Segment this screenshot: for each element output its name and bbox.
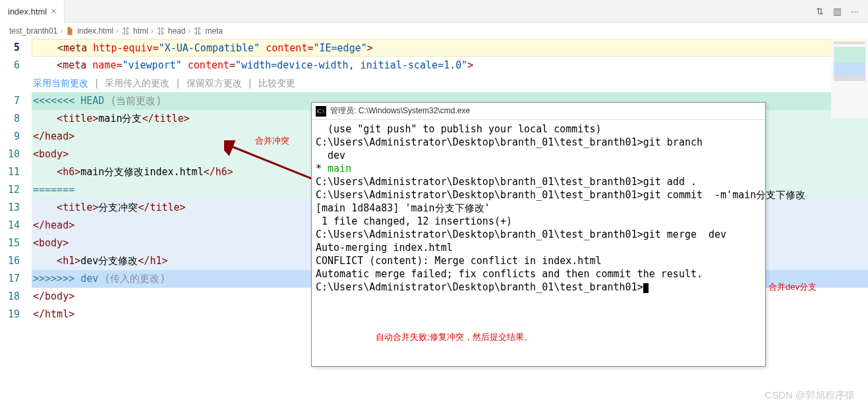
breadcrumb[interactable]: test_branth01 › index.html › html › head… <box>0 23 868 39</box>
bc-html[interactable]: html <box>133 26 148 36</box>
line-gutter: 5 6 7 8 9 10 11 12 13 14 15 16 17 18 19 <box>0 39 32 407</box>
chevron-right-icon: › <box>151 26 154 36</box>
bc-folder[interactable]: test_branth01 <box>9 26 57 36</box>
tab-label: index.html <box>8 7 47 16</box>
compare-link[interactable]: 比较变更 <box>258 78 295 88</box>
cmd-icon: C:\ <box>316 106 326 117</box>
bc-meta[interactable]: meta <box>205 26 223 36</box>
accept-incoming-link[interactable]: 采用传入的更改 <box>105 78 169 88</box>
editor-tab[interactable]: index.html × <box>0 0 65 23</box>
compare-changes-icon[interactable]: ⇅ <box>816 6 824 16</box>
accept-current-link[interactable]: 采用当前更改 <box>33 78 88 88</box>
accept-both-link[interactable]: 保留双方更改 <box>187 78 242 88</box>
terminal-title: 管理员: C:\Windows\System32\cmd.exe <box>330 105 470 117</box>
terminal-titlebar[interactable]: C:\ 管理员: C:\Windows\System32\cmd.exe <box>312 103 765 120</box>
split-editor-icon[interactable]: ▥ <box>833 6 842 16</box>
chevron-right-icon: › <box>188 26 190 36</box>
cursor <box>643 283 649 293</box>
tab-bar: index.html × ⇅ ▥ ··· <box>0 0 868 23</box>
chevron-right-icon: › <box>116 26 119 36</box>
terminal-body[interactable]: (use "git push" to publish your local co… <box>312 120 765 296</box>
codelens-merge: 采用当前更改 | 采用传入的更改 | 保留双方更改 | 比较变更 <box>32 74 868 92</box>
chevron-right-icon: › <box>60 26 63 36</box>
tab-actions: ⇅ ▥ ··· <box>816 6 868 16</box>
bc-head[interactable]: head <box>168 26 186 36</box>
close-icon[interactable]: × <box>51 6 56 16</box>
code-line: <meta name="viewport" content="width=dev… <box>32 57 868 74</box>
more-icon[interactable]: ··· <box>851 6 859 16</box>
code-line: <meta http-equiv="X-UA-Compatible" conte… <box>32 39 868 57</box>
symbol-icon <box>121 26 130 36</box>
bc-file[interactable]: index.html <box>77 26 113 36</box>
watermark: CSDN @郭旭程序猿 <box>765 389 855 402</box>
symbol-icon <box>193 26 202 36</box>
terminal-window: C:\ 管理员: C:\Windows\System32\cmd.exe (us… <box>311 102 766 367</box>
minimap[interactable] <box>831 39 868 118</box>
symbol-icon <box>156 26 165 36</box>
file-icon <box>65 26 74 36</box>
